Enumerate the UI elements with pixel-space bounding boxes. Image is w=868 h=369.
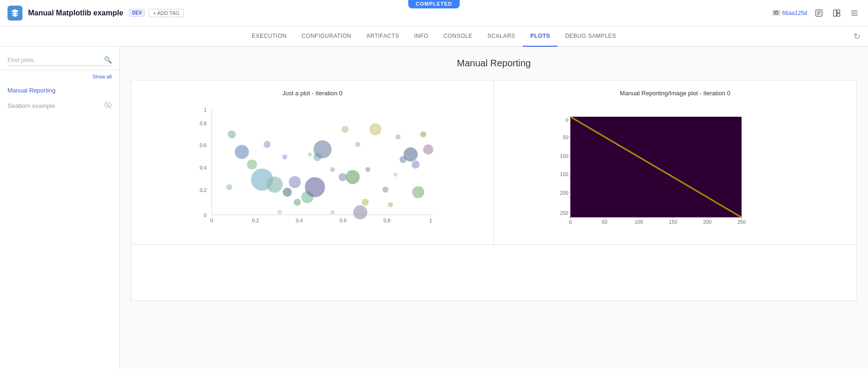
sidebar-item-label: Seaborn example	[7, 102, 55, 109]
svg-point-33	[294, 199, 301, 206]
sidebar-item-manual-reporting[interactable]: Manual Reporting	[0, 83, 119, 98]
matrix-plot-cell: Manual Reporting/Image plot - Iteration …	[494, 80, 856, 244]
tab-plots[interactable]: PLOTS	[523, 26, 558, 47]
svg-text:0.6: 0.6	[200, 142, 207, 148]
top-header: Manual Matplotlib example DEV + ADD TAG …	[0, 0, 868, 26]
svg-point-47	[388, 202, 393, 207]
svg-point-27	[247, 159, 257, 170]
svg-rect-6	[837, 13, 840, 16]
svg-point-58	[226, 184, 232, 190]
svg-rect-4	[833, 10, 836, 16]
svg-text:0: 0	[569, 219, 572, 225]
logo-icon	[10, 8, 20, 18]
svg-point-48	[396, 135, 401, 140]
svg-point-59	[393, 172, 398, 177]
layout-icon-button[interactable]	[831, 7, 843, 19]
sidebar-item-label: Manual Reporting	[7, 87, 56, 94]
search-icon: 🔍	[104, 56, 112, 64]
sidebar-item-seaborn-example[interactable]: Seaborn example	[0, 98, 119, 114]
svg-text:1: 1	[204, 107, 207, 113]
svg-point-57	[353, 205, 367, 219]
empty-plots-row	[131, 245, 857, 301]
svg-point-30	[264, 141, 271, 148]
svg-point-55	[308, 152, 312, 156]
notes-icon	[815, 9, 823, 17]
search-input-wrap: 🔍	[7, 56, 112, 66]
svg-text:100: 100	[635, 219, 643, 225]
svg-point-29	[267, 177, 282, 192]
svg-point-45	[369, 123, 382, 135]
svg-text:250: 250	[738, 219, 746, 225]
svg-point-42	[355, 142, 361, 147]
svg-rect-5	[837, 10, 840, 13]
svg-text:0.2: 0.2	[200, 187, 207, 193]
completed-badge: COMPLETED	[408, 0, 460, 8]
tab-debug-samples[interactable]: DEBUG SAMPLES	[557, 26, 623, 47]
svg-text:0.6: 0.6	[340, 218, 347, 223]
svg-text:50: 50	[602, 219, 608, 225]
matrix-plot-title: Manual Reporting/Image plot - Iteration …	[503, 90, 847, 97]
dev-tag: DEV	[129, 9, 145, 17]
add-tag-button[interactable]: + ADD TAG	[149, 9, 184, 17]
svg-text:200: 200	[703, 219, 711, 225]
sidebar: 🔍 Show all Manual Reporting Seaborn exam…	[0, 47, 120, 369]
svg-text:0: 0	[204, 213, 207, 218]
id-label: ID	[772, 10, 781, 16]
svg-point-38	[313, 141, 332, 159]
svg-text:150: 150	[669, 219, 677, 225]
svg-text:150: 150	[560, 171, 568, 177]
svg-point-44	[365, 167, 370, 172]
svg-point-31	[282, 188, 291, 197]
nav-tabs: EXECUTION CONFIGURATION ARTIFACTS INFO C…	[0, 26, 868, 47]
svg-text:0.8: 0.8	[200, 121, 207, 126]
search-input[interactable]	[7, 57, 104, 64]
content-area: Manual Reporting Just a plot - Iteration…	[120, 47, 868, 369]
svg-text:50: 50	[563, 135, 568, 140]
svg-point-43	[362, 199, 369, 206]
svg-text:0.2: 0.2	[252, 218, 259, 223]
svg-point-39	[330, 167, 335, 172]
header-right: ID 66aa125d	[772, 7, 861, 19]
svg-point-32	[289, 176, 301, 188]
svg-point-53	[420, 131, 426, 137]
tab-info[interactable]: INFO	[406, 26, 436, 47]
tab-configuration[interactable]: CONFIGURATION	[294, 26, 359, 47]
scatter-plot-cell: Just a plot - Iteration 0 0 0.2 0.4 0.6 …	[131, 80, 494, 244]
svg-point-61	[277, 210, 282, 215]
tab-execution[interactable]: EXECUTION	[244, 26, 294, 47]
refresh-icon-button[interactable]: ↻	[854, 31, 861, 42]
show-all-link[interactable]: Show all	[92, 74, 112, 79]
svg-point-41	[346, 170, 360, 184]
tab-console[interactable]: CONSOLE	[436, 26, 480, 47]
svg-point-52	[412, 186, 424, 199]
scatter-svg: 0 0.2 0.4 0.6 0.8 1 0 0.2 0.4 0.6 0.8 1	[141, 104, 484, 235]
scatter-plot-title: Just a plot - Iteration 0	[141, 90, 484, 97]
layout-icon	[832, 9, 841, 17]
svg-point-46	[383, 187, 389, 193]
svg-point-25	[228, 130, 236, 138]
svg-text:200: 200	[560, 190, 568, 196]
svg-point-36	[305, 177, 325, 197]
task-id: ID 66aa125d	[772, 10, 807, 16]
tab-artifacts[interactable]: ARTIFACTS	[359, 26, 406, 47]
svg-point-56	[341, 126, 348, 133]
plots-grid: Just a plot - Iteration 0 0 0.2 0.4 0.6 …	[131, 80, 857, 245]
svg-point-54	[423, 144, 434, 155]
menu-icon-button[interactable]	[848, 7, 861, 19]
tab-scalars[interactable]: SCALARS	[480, 26, 523, 47]
main-layout: 🔍 Show all Manual Reporting Seaborn exam…	[0, 47, 868, 369]
notes-icon-button[interactable]	[813, 7, 825, 19]
svg-point-60	[331, 210, 335, 214]
app-logo	[7, 6, 22, 21]
svg-point-26	[235, 145, 249, 159]
svg-text:100: 100	[560, 153, 568, 159]
matrix-container: 0 50 100 150 200 250 0 50 100 150 200 25…	[503, 104, 847, 235]
svg-text:0: 0	[210, 218, 213, 223]
scatter-container: 0 0.2 0.4 0.6 0.8 1 0 0.2 0.4 0.6 0.8 1	[141, 104, 484, 235]
svg-text:0.4: 0.4	[296, 218, 303, 223]
sidebar-show-all: Show all	[0, 72, 119, 83]
svg-text:250: 250	[560, 210, 568, 216]
svg-point-40	[339, 173, 347, 181]
svg-text:0: 0	[565, 117, 568, 123]
svg-text:0.4: 0.4	[200, 165, 207, 170]
